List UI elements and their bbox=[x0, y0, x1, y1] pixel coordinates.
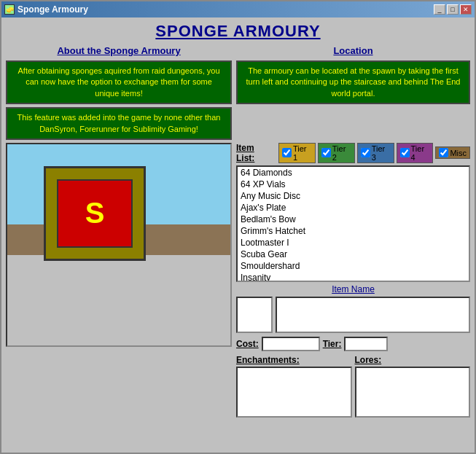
title-bar: 🧽 Sponge Armoury _ □ ✕ bbox=[1, 1, 475, 17]
minecraft-image: S bbox=[6, 143, 232, 347]
item-image-box bbox=[236, 297, 273, 333]
item-list-label: Item List: bbox=[236, 143, 274, 163]
filter-tier1[interactable]: Tier 1 bbox=[278, 143, 316, 163]
item-desc-box bbox=[276, 297, 470, 333]
main-content: SPONGE ARMOURY About the Sponge Armoury … bbox=[1, 17, 475, 453]
filter-misc[interactable]: Misc bbox=[435, 146, 470, 159]
cost-input[interactable] bbox=[262, 337, 320, 351]
filter-tier2-checkbox[interactable] bbox=[321, 148, 331, 157]
tier-label: Tier: bbox=[323, 339, 342, 349]
list-item[interactable]: Grimm's Hatchet bbox=[238, 225, 469, 237]
list-item[interactable]: Ajax's Plate bbox=[238, 202, 469, 214]
enchantments-lores-row: Enchantments: Lores: bbox=[236, 355, 470, 418]
item-image-row bbox=[236, 297, 470, 333]
filter-tier4[interactable]: Tier 4 bbox=[397, 143, 434, 163]
lores-group: Lores: bbox=[355, 355, 471, 418]
close-button[interactable]: ✕ bbox=[460, 4, 472, 15]
cost-tier-row: Cost: Tier: bbox=[236, 337, 470, 351]
right-controls: Item List: Tier 1 Tier 2 Tier 3 Tier 4 bbox=[236, 143, 470, 448]
lores-box bbox=[355, 367, 471, 418]
list-item[interactable]: Bedlam's Bow bbox=[238, 214, 469, 225]
app-icon: 🧽 bbox=[4, 4, 15, 15]
minimize-button[interactable]: _ bbox=[434, 4, 445, 15]
about-heading: About the Sponge Armoury bbox=[6, 45, 232, 56]
bottom-section: S Item List: Tier 1 Tier 2 bbox=[6, 143, 470, 448]
mc-block: S bbox=[44, 166, 146, 261]
list-item[interactable]: 64 Diamonds bbox=[238, 167, 469, 179]
enchantments-label: Enchantments: bbox=[236, 355, 352, 365]
enchantments-box bbox=[236, 367, 352, 418]
list-item[interactable]: Insanity bbox=[238, 272, 469, 282]
main-window: 🧽 Sponge Armoury _ □ ✕ SPONGE ARMOURY Ab… bbox=[0, 0, 476, 454]
filter-tier3-checkbox[interactable] bbox=[361, 148, 370, 157]
list-item[interactable]: Smouldershard bbox=[238, 260, 469, 272]
list-item[interactable]: Any Music Disc bbox=[238, 190, 469, 202]
filter-tier4-checkbox[interactable] bbox=[400, 148, 410, 157]
mc-block-face: S bbox=[57, 179, 133, 248]
filter-tier1-checkbox[interactable] bbox=[282, 148, 292, 157]
list-item[interactable]: 64 XP Vials bbox=[238, 179, 469, 190]
about-info1: After obtaining sponges aquired from rai… bbox=[6, 60, 232, 104]
filter-tier2[interactable]: Tier 2 bbox=[318, 143, 355, 163]
item-list-header: Item List: Tier 1 Tier 2 Tier 3 Tier 4 bbox=[236, 143, 470, 163]
filter-misc-checkbox[interactable] bbox=[439, 148, 448, 157]
lores-label: Lores: bbox=[355, 355, 471, 365]
tier-input[interactable] bbox=[344, 337, 388, 351]
about-info2: This feature was added into the game by … bbox=[6, 107, 232, 140]
title-bar-left: 🧽 Sponge Armoury bbox=[4, 4, 88, 15]
list-item[interactable]: Scuba Gear bbox=[238, 248, 469, 260]
filter-tier3[interactable]: Tier 3 bbox=[357, 143, 394, 163]
about-panel: About the Sponge Armoury After obtaining… bbox=[6, 45, 232, 140]
item-listbox[interactable]: 64 Diamonds64 XP VialsAny Music DiscAjax… bbox=[236, 165, 470, 282]
app-title: SPONGE ARMOURY bbox=[6, 22, 470, 41]
list-item[interactable]: Lootmaster I bbox=[238, 237, 469, 248]
location-panel: Location The armoury can be located at t… bbox=[236, 45, 470, 140]
location-text: The armoury can be located at the spawn … bbox=[236, 60, 470, 104]
mc-background: S bbox=[7, 144, 230, 345]
location-heading: Location bbox=[236, 45, 470, 56]
window-title: Sponge Armoury bbox=[17, 4, 88, 15]
window-controls: _ □ ✕ bbox=[434, 4, 472, 15]
enchantments-group: Enchantments: bbox=[236, 355, 352, 418]
maximize-button[interactable]: □ bbox=[447, 4, 459, 15]
filter-row: Tier 1 Tier 2 Tier 3 Tier 4 Misc bbox=[278, 143, 470, 163]
item-name-label: Item Name bbox=[236, 284, 470, 294]
top-section: About the Sponge Armoury After obtaining… bbox=[6, 45, 470, 140]
cost-label: Cost: bbox=[236, 339, 259, 349]
